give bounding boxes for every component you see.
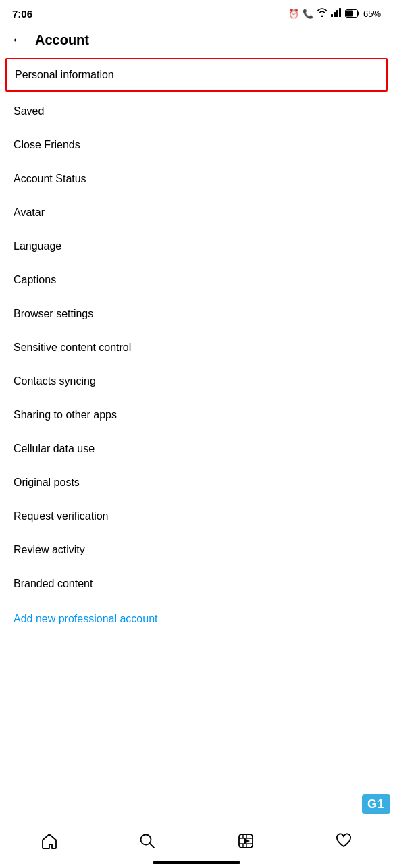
menu-item-request-verification[interactable]: Request verification xyxy=(0,499,393,533)
page-content: Personal informationSavedClose FriendsAc… xyxy=(0,55,393,686)
menu-item-review-activity[interactable]: Review activity xyxy=(0,533,393,567)
nav-search[interactable] xyxy=(99,832,197,852)
alarm-icon: ⏰ xyxy=(288,9,299,19)
search-icon xyxy=(138,832,156,852)
reels-icon xyxy=(237,832,255,852)
menu-item-account-status[interactable]: Account Status xyxy=(0,162,393,196)
menu-item-avatar[interactable]: Avatar xyxy=(0,196,393,229)
home-indicator xyxy=(153,861,240,864)
status-bar: 7:06 ⏰ 📞 xyxy=(0,0,393,24)
menu-item-branded-content[interactable]: Branded content xyxy=(0,567,393,601)
watermark: G1 xyxy=(362,794,390,814)
battery-percent: 65% xyxy=(363,9,381,19)
add-professional-link[interactable]: Add new professional account xyxy=(14,613,157,624)
battery-icon xyxy=(345,9,360,18)
menu-item-contacts-syncing[interactable]: Contacts syncing xyxy=(0,364,393,398)
menu-item-cellular-data-use[interactable]: Cellular data use xyxy=(0,432,393,466)
menu-item-personal-information[interactable]: Personal information xyxy=(5,58,388,92)
menu-item-sharing-to-other-apps[interactable]: Sharing to other apps xyxy=(0,398,393,432)
back-button[interactable]: ← xyxy=(11,31,26,49)
svg-rect-0 xyxy=(331,14,333,17)
nav-reels[interactable] xyxy=(196,832,295,852)
status-icons: ⏰ 📞 65% xyxy=(288,8,381,19)
wifi-icon xyxy=(317,8,328,19)
menu-list: Personal informationSavedClose FriendsAc… xyxy=(0,55,393,601)
heart-icon xyxy=(335,832,352,852)
svg-rect-3 xyxy=(339,8,341,17)
nav-home[interactable] xyxy=(0,832,99,852)
add-professional-section: Add new professional account xyxy=(0,601,393,632)
page-title: Account xyxy=(35,32,89,48)
header: ← Account xyxy=(0,24,393,55)
call-icon: 📞 xyxy=(303,9,313,19)
svg-rect-1 xyxy=(334,12,336,17)
nav-heart[interactable] xyxy=(295,832,394,852)
menu-item-close-friends[interactable]: Close Friends xyxy=(0,128,393,162)
svg-rect-6 xyxy=(358,12,359,16)
svg-line-8 xyxy=(150,843,154,847)
menu-item-sensitive-content-control[interactable]: Sensitive content control xyxy=(0,331,393,364)
menu-item-language[interactable]: Language xyxy=(0,229,393,263)
home-icon xyxy=(41,832,58,852)
menu-item-original-posts[interactable]: Original posts xyxy=(0,466,393,499)
menu-item-browser-settings[interactable]: Browser settings xyxy=(0,297,393,331)
signal-icon xyxy=(331,8,342,19)
menu-item-saved[interactable]: Saved xyxy=(0,94,393,128)
status-time: 7:06 xyxy=(12,8,32,20)
svg-rect-5 xyxy=(346,11,353,17)
menu-item-captions[interactable]: Captions xyxy=(0,263,393,297)
bottom-nav xyxy=(0,821,393,868)
svg-rect-2 xyxy=(336,10,338,17)
